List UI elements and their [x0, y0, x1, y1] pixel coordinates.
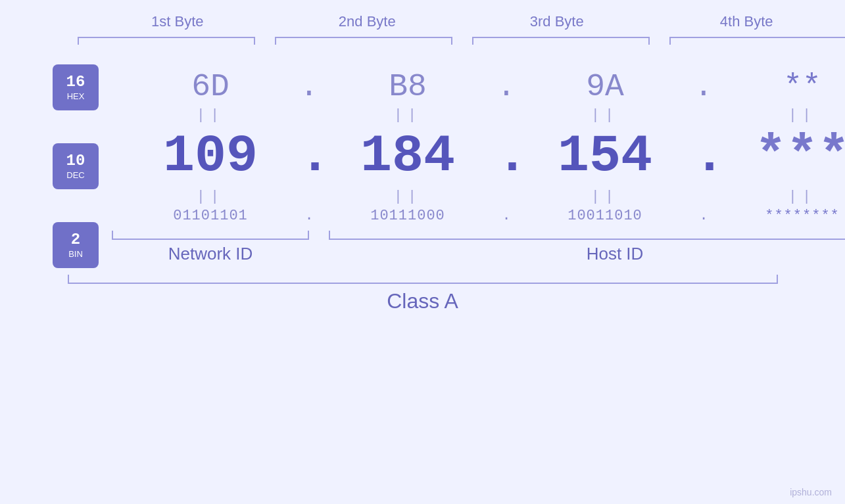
eq-cell-5: ||: [122, 189, 299, 205]
byte-label-4: 4th Byte: [720, 13, 773, 30]
hex-val-1: 6D: [191, 69, 229, 104]
byte-col-2: 2nd Byte: [281, 13, 452, 30]
id-labels-row: Network ID Host ID: [112, 244, 845, 264]
byte-label-3: 3rd Byte: [530, 13, 584, 30]
main-container: 1st Byte 2nd Byte 3rd Byte 4th Byte 16 H…: [0, 0, 845, 504]
bin-badge-label: BIN: [68, 249, 83, 259]
dec-val-4-cell: ***: [713, 126, 845, 186]
hex-badge-label: HEX: [67, 91, 85, 101]
hex-dot-2: .: [496, 69, 516, 104]
hex-row: 6D . B8 . 9A . **: [112, 69, 845, 104]
class-label: Class A: [387, 289, 458, 313]
bin-dot-3: .: [694, 208, 713, 224]
hex-val-3-cell: 9A: [516, 69, 694, 104]
eq-cell-8: ||: [713, 189, 845, 205]
hex-badge-number: 16: [66, 74, 85, 91]
hex-val-3: 9A: [586, 69, 624, 104]
bin-val-2: 10111000: [370, 208, 445, 224]
dec-dot-3: .: [694, 126, 713, 186]
values-area: 6D . B8 . 9A . **: [112, 69, 845, 264]
dec-badge-label: DEC: [66, 170, 84, 180]
bin-val-3: 10011010: [567, 208, 642, 224]
eq-cell-4: ||: [713, 107, 845, 124]
eq-cell-3: ||: [516, 107, 694, 124]
byte-headers-row: 1st Byte 2nd Byte 3rd Byte 4th Byte: [92, 13, 832, 30]
bin-val-4-cell: ********: [713, 208, 845, 224]
bin-val-1-cell: 01101101: [122, 208, 299, 224]
badge-column: 16 HEX 10 DEC 2 BIN: [53, 64, 99, 268]
eq-cell-6: ||: [319, 189, 496, 205]
top-bracket-3: [472, 37, 650, 45]
bracket-network: [112, 231, 309, 240]
dec-val-4: ***: [755, 126, 845, 186]
eq-cell-7: ||: [516, 189, 694, 205]
hex-dot-3: .: [694, 69, 713, 104]
class-section: Class A: [53, 275, 792, 313]
bin-val-3-cell: 10011010: [516, 208, 694, 224]
bin-badge-number: 2: [71, 231, 80, 248]
dec-val-1-cell: 109: [122, 126, 299, 186]
dec-dot-2: .: [496, 126, 516, 186]
byte-label-2: 2nd Byte: [339, 13, 396, 30]
bin-val-1: 01101101: [173, 208, 248, 224]
bin-val-2-cell: 10111000: [319, 208, 496, 224]
hex-val-4: **: [783, 69, 821, 104]
bin-badge: 2 BIN: [53, 222, 99, 268]
hex-badge: 16 HEX: [53, 64, 99, 110]
byte-col-1: 1st Byte: [92, 13, 263, 30]
bracket-host: [329, 231, 845, 240]
hex-val-4-cell: **: [713, 69, 845, 104]
bin-val-4: ********: [765, 208, 840, 224]
bin-dot-2: .: [496, 208, 516, 224]
dec-val-3: 154: [558, 126, 652, 186]
top-bracket-2: [275, 37, 452, 45]
eq-row-1: || || || ||: [112, 107, 845, 124]
dec-badge-number: 10: [66, 152, 85, 170]
dec-row: 109 . 184 . 154 . ***: [112, 126, 845, 186]
eq-row-2: || || || ||: [112, 189, 845, 205]
dec-badge: 10 DEC: [53, 143, 99, 189]
main-content: 16 HEX 10 DEC 2 BIN 6D .: [53, 64, 792, 268]
eq-cell-2: ||: [319, 107, 496, 124]
top-bracket-1: [78, 37, 255, 45]
watermark: ipshu.com: [790, 487, 832, 497]
dec-val-2: 184: [360, 126, 455, 186]
bin-row: 01101101 . 10111000 . 10011010 .: [112, 208, 845, 224]
network-id-label: Network ID: [112, 244, 309, 264]
byte-col-4: 4th Byte: [661, 13, 832, 30]
host-id-label: Host ID: [329, 244, 845, 264]
bin-dot-1: .: [299, 208, 319, 224]
dec-val-3-cell: 154: [516, 126, 694, 186]
bottom-brackets: [112, 231, 845, 240]
hex-val-2: B8: [389, 69, 427, 104]
byte-col-3: 3rd Byte: [471, 13, 642, 30]
top-brackets: [78, 37, 846, 45]
dec-val-1: 109: [163, 126, 258, 186]
hex-val-1-cell: 6D: [122, 69, 299, 104]
hex-val-2-cell: B8: [319, 69, 496, 104]
eq-cell-1: ||: [122, 107, 299, 124]
hex-dot-1: .: [299, 69, 319, 104]
class-bracket: [68, 275, 778, 284]
byte-label-1: 1st Byte: [151, 13, 203, 30]
dec-dot-1: .: [299, 126, 319, 186]
top-bracket-4: [669, 37, 846, 45]
dec-val-2-cell: 184: [319, 126, 496, 186]
